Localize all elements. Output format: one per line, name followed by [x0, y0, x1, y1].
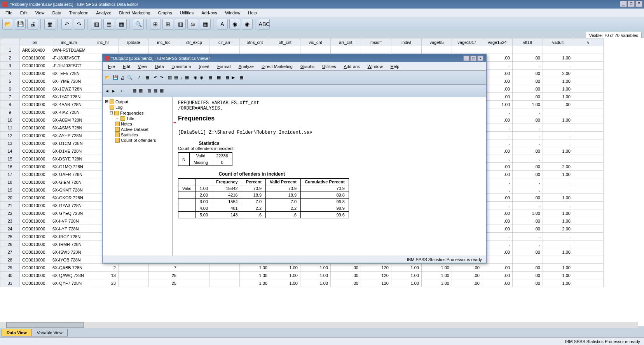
frequency-table[interactable]: FrequencyPercentValid PercentCumulative …: [178, 178, 349, 218]
row-header[interactable]: 14: [0, 147, 20, 155]
row-header[interactable]: 8: [0, 101, 20, 108]
col-msioff[interactable]: msioff: [361, 38, 391, 46]
row-header[interactable]: 27: [0, 248, 20, 256]
col-vadult[interactable]: vadult: [543, 38, 573, 46]
viewer-titlebar[interactable]: *Output2 [Document2] - IBM SPSS Statisti…: [103, 54, 486, 62]
row-header[interactable]: 7: [0, 93, 20, 101]
viewer-promote-icon[interactable]: +: [120, 89, 123, 93]
insertvar-icon[interactable]: ⊞: [162, 19, 173, 30]
weight-icon[interactable]: ⚖: [187, 19, 198, 30]
outline-statistics[interactable]: Statistics: [104, 132, 171, 138]
menu-utilities[interactable]: Utilities: [176, 10, 197, 16]
outline-active-dataset[interactable]: Active Dataset: [104, 127, 171, 132]
close-button[interactable]: ×: [635, 1, 642, 7]
row-header[interactable]: 31: [0, 279, 20, 287]
menu-edit[interactable]: Edit: [16, 10, 31, 16]
viewer-expand-icon[interactable]: ▦: [133, 88, 136, 93]
row-header[interactable]: 30: [0, 272, 20, 279]
viewer-usesets-icon[interactable]: ◉: [194, 75, 197, 80]
row-header[interactable]: 19: [0, 186, 20, 194]
viewer-menu-data[interactable]: Data: [151, 63, 168, 70]
table-row[interactable]: 29CO00100006X-QABB 728N271.001.001.00.00…: [0, 264, 604, 272]
menu-data[interactable]: Data: [48, 10, 65, 16]
viewer-redo-icon[interactable]: ↷: [160, 75, 163, 80]
row-header[interactable]: 28: [0, 256, 20, 264]
col-clr_excp[interactable]: clr_excp: [179, 38, 209, 46]
viewer-variables-icon[interactable]: ▦: [185, 75, 189, 80]
col-clr_arr[interactable]: clr_arr: [209, 38, 239, 46]
gotovariable-icon[interactable]: ▤: [103, 19, 114, 30]
viewer-menu-file[interactable]: File: [104, 63, 119, 70]
viewer-menu-analyze[interactable]: Analyze: [235, 63, 258, 70]
viewer-demote-icon[interactable]: −: [125, 89, 127, 93]
outline-count[interactable]: Count of offenders: [104, 138, 171, 143]
viewer-menu-insert[interactable]: Insert: [195, 63, 213, 70]
splitfile-icon[interactable]: ▥: [175, 19, 186, 30]
col-inc_loc[interactable]: inc_loc: [148, 38, 179, 46]
viewer-menu-transform[interactable]: Transform: [168, 63, 195, 70]
menu-add-ons[interactable]: Add-ons: [197, 10, 221, 16]
viewer-back-icon[interactable]: ◄: [105, 89, 109, 93]
viewer-menu-help[interactable]: Help: [387, 63, 403, 70]
col-ofns_cnt[interactable]: ofns_cnt: [239, 38, 270, 46]
save-icon[interactable]: 💾: [15, 19, 26, 30]
col-inc_num[interactable]: inc_num: [50, 38, 88, 46]
viewer-show-icon[interactable]: ▦: [147, 88, 151, 93]
row-header[interactable]: 9: [0, 108, 20, 116]
row-header[interactable]: 3: [0, 62, 20, 70]
viewer-run-icon[interactable]: ▶: [232, 75, 235, 80]
row-header[interactable]: 23: [0, 217, 20, 225]
viewer-undo-icon[interactable]: ↶: [154, 75, 157, 80]
print-icon[interactable]: 🖨: [27, 19, 38, 30]
viewer-selectlast-icon[interactable]: ▦: [208, 75, 212, 80]
row-header[interactable]: 10: [0, 116, 20, 124]
viewer-open-icon[interactable]: 📂: [105, 75, 110, 80]
menu-view[interactable]: View: [31, 10, 49, 16]
viewer-save-icon[interactable]: 💾: [113, 75, 118, 80]
menu-file[interactable]: File: [2, 10, 16, 16]
spellcheck-icon[interactable]: ABC: [259, 19, 270, 30]
menu-window[interactable]: Window: [221, 10, 244, 16]
menu-analyze[interactable]: Analyze: [92, 10, 115, 16]
col-arr_cnt[interactable]: arr_cnt: [330, 38, 361, 46]
tab-data-view[interactable]: Data View: [2, 329, 32, 336]
viewer-forward-icon[interactable]: ►: [112, 89, 116, 93]
viewer-designate-icon[interactable]: ▦: [225, 75, 229, 80]
row-header[interactable]: 18: [0, 178, 20, 186]
recall-icon[interactable]: ▦: [44, 19, 55, 30]
viewer-gotodata-icon[interactable]: ▥: [168, 75, 172, 80]
viewer-menu-edit[interactable]: Edit: [119, 63, 134, 70]
usesets-icon[interactable]: ◉: [229, 19, 240, 30]
table-row[interactable]: 30CO00100006X-QAWQ 728N13251.001.001.00.…: [0, 272, 604, 279]
horizontal-scrollbar[interactable]: [0, 322, 638, 328]
col-v[interactable]: v: [573, 38, 603, 46]
viewer-menu-window[interactable]: Window: [364, 63, 387, 70]
viewer-content-pane[interactable]: FREQUENCIES VARIABLES=off_cnt /ORDER=ANA…: [173, 97, 486, 256]
viewer-print-icon[interactable]: 🖨: [120, 75, 125, 80]
insertcase-icon[interactable]: ⊞: [150, 19, 161, 30]
valuelabels-icon[interactable]: A: [217, 19, 228, 30]
viewer-minimize-button[interactable]: _: [463, 56, 469, 61]
col-vage1524[interactable]: vage1524: [482, 38, 512, 46]
undo-icon[interactable]: ↶: [61, 19, 72, 30]
viewer-menu-view[interactable]: View: [134, 63, 151, 70]
row-header[interactable]: 1: [0, 46, 20, 54]
viewer-gotovariable-icon[interactable]: ↓: [180, 75, 183, 80]
outline-notes[interactable]: Notes: [104, 121, 171, 127]
variables-icon[interactable]: ▦: [116, 19, 127, 30]
row-header[interactable]: 4: [0, 70, 20, 77]
viewer-menu-format[interactable]: Format: [213, 63, 235, 70]
redo-icon[interactable]: ↷: [74, 19, 85, 30]
col-vic_cnt[interactable]: vic_cnt: [300, 38, 330, 46]
row-header[interactable]: 20: [0, 194, 20, 202]
outline-output[interactable]: ⊟ Output: [104, 99, 171, 105]
row-header[interactable]: 22: [0, 209, 20, 217]
viewer-insert-icon[interactable]: ▦: [160, 88, 164, 93]
row-header[interactable]: 21: [0, 202, 20, 209]
row-header[interactable]: 11: [0, 124, 20, 132]
viewer-menu-utilities[interactable]: Utilities: [318, 63, 340, 70]
row-header[interactable]: 29: [0, 264, 20, 272]
viewer-mb-icon[interactable]: ▦: [239, 75, 243, 80]
viewer-menu-graphs[interactable]: Graphs: [297, 63, 318, 70]
viewer-export-icon[interactable]: ↗: [137, 75, 141, 80]
